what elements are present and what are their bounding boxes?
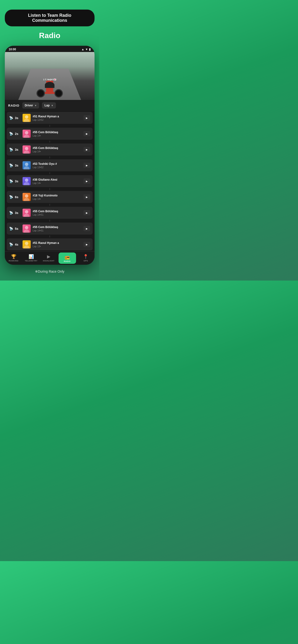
play-button[interactable]: ▶ bbox=[83, 115, 90, 120]
svg-point-16 bbox=[25, 242, 28, 245]
radio-item[interactable]: 📡 6s #18 Yuji Kunimoto Lap 14• ▶ bbox=[7, 191, 93, 203]
nav-item-ranking[interactable]: 🏆 RANKING bbox=[5, 252, 22, 265]
lap-info: Lap 14•51 bbox=[33, 229, 82, 232]
play-button[interactable]: ▶ bbox=[83, 163, 90, 168]
avatar bbox=[23, 130, 31, 138]
duration-label: 3s bbox=[15, 211, 21, 215]
car-wheel-left bbox=[37, 89, 45, 98]
svg-point-5 bbox=[24, 150, 30, 154]
car-cockpit bbox=[45, 82, 54, 88]
play-button[interactable]: ▶ bbox=[83, 226, 90, 231]
svg-point-9 bbox=[24, 182, 30, 185]
play-button[interactable]: ▶ bbox=[83, 178, 90, 184]
lap-filter-button[interactable]: Lap ▼ bbox=[42, 102, 56, 108]
radio-item[interactable]: 📡 3s #51 Raoul Hyman a Lap 12•52 ▶ bbox=[7, 112, 93, 124]
radio-item[interactable]: 📡 3s #36 Giuliano Alesi Lap 14• ▶ bbox=[7, 175, 93, 187]
gps-nav-label: GPS bbox=[83, 260, 88, 262]
radio-label: RADIO bbox=[8, 104, 20, 107]
connector-dot bbox=[50, 204, 50, 206]
radio-item[interactable]: 📡 3s #55 Cem Bölükbaş Lap 14• ▶ bbox=[7, 144, 93, 156]
driver-info: #55 Cem Bölükbaş Lap 14• bbox=[33, 130, 82, 137]
radio-transmission-icon: 📡 bbox=[9, 132, 13, 136]
duration-label: 2s bbox=[15, 132, 21, 136]
lap-info: Lap 14• bbox=[33, 134, 82, 137]
footer-note: ※During Race Only bbox=[35, 270, 65, 273]
driver-info: #55 Cem Bölükbaş Lap 14• bbox=[33, 146, 82, 153]
driver-number-name: #18 Yuji Kunimoto bbox=[33, 194, 82, 197]
avatar bbox=[23, 224, 31, 233]
lap-info: Lap 13•52 bbox=[33, 166, 82, 169]
svg-point-10 bbox=[25, 194, 28, 198]
driver-name-tag: 1 T. Nojiri 🇯🇵 bbox=[43, 78, 56, 81]
duration-label: 5s bbox=[15, 227, 21, 230]
svg-point-6 bbox=[25, 163, 28, 166]
radio-transmission-icon: 📡 bbox=[9, 164, 13, 167]
svg-point-3 bbox=[24, 135, 30, 138]
radio-transmission-icon: 📡 bbox=[9, 195, 13, 199]
svg-point-17 bbox=[24, 245, 30, 248]
connector-dot bbox=[50, 141, 50, 142]
video-area: 1 T. Nojiri 🇯🇵 bbox=[5, 52, 95, 100]
play-button[interactable]: ▶ bbox=[83, 210, 90, 216]
driver-number-name: #53 Toshiki Oyu # bbox=[33, 162, 82, 166]
radio-item[interactable]: 📡 4s #51 Raoul Hyman a Lap 13• ▶ bbox=[7, 238, 93, 250]
wifi-icon: ▼ bbox=[85, 48, 88, 51]
play-button[interactable]: ▶ bbox=[83, 194, 90, 200]
duration-label: 3s bbox=[15, 148, 21, 152]
connector-dot bbox=[50, 156, 50, 158]
signal-icon: ▲ bbox=[81, 48, 84, 51]
lap-info: Lap 14• bbox=[33, 150, 82, 153]
radio-item[interactable]: 📡 2s #55 Cem Bölükbaş Lap 14• ▶ bbox=[7, 128, 93, 140]
driver-info: #53 Toshiki Oyu # Lap 13•52 bbox=[33, 162, 82, 169]
lap-info: Lap 13• bbox=[33, 245, 82, 248]
radio-transmission-icon: 📡 bbox=[9, 148, 13, 152]
driver-number-name: #51 Raoul Hyman a bbox=[33, 241, 82, 244]
avatar bbox=[23, 240, 31, 248]
svg-point-12 bbox=[25, 210, 28, 214]
radio-item[interactable]: 📡 3s #55 Cem Bölükbaş Lap 14•51 ▶ bbox=[7, 207, 93, 219]
lap-info: Lap 14•51 bbox=[33, 214, 82, 216]
avatar bbox=[23, 209, 31, 217]
svg-point-15 bbox=[24, 230, 30, 233]
driver-number-name: #55 Cem Bölükbaş bbox=[33, 210, 82, 213]
driver-info: #51 Raoul Hyman a Lap 12•52 bbox=[33, 115, 82, 121]
phone-mockup: 10:00 ▲ ▼ ▮ 1 T. Nojiri 🇯🇵 RADIO Driver … bbox=[5, 46, 95, 265]
radio-item[interactable]: 📡 3s #53 Toshiki Oyu # Lap 13•52 ▶ bbox=[7, 159, 93, 171]
avatar bbox=[23, 146, 31, 154]
nav-item-telemetry[interactable]: 📊 TELEMETRY bbox=[22, 252, 40, 265]
svg-point-1 bbox=[24, 119, 30, 122]
play-button[interactable]: ▶ bbox=[83, 131, 90, 136]
svg-point-2 bbox=[25, 131, 28, 134]
driver-info: #18 Yuji Kunimoto Lap 14• bbox=[33, 194, 82, 200]
duration-label: 3s bbox=[15, 116, 21, 120]
highlight-icon: ▶ bbox=[47, 254, 50, 259]
radio-transmission-icon: 📡 bbox=[9, 242, 13, 246]
radio-item[interactable]: 📡 5s #55 Cem Bölükbaş Lap 14•51 ▶ bbox=[7, 222, 93, 234]
radio-transmission-icon: 📡 bbox=[9, 227, 13, 230]
duration-label: 3s bbox=[15, 164, 21, 167]
radio-transmission-icon: 📡 bbox=[9, 116, 13, 120]
gps-icon: 📍 bbox=[83, 254, 88, 259]
bottom-nav: 🏆 RANKING 📊 TELEMETRY ▶ HIGHLIGHT 📻 RADI… bbox=[5, 251, 95, 265]
play-button[interactable]: ▶ bbox=[83, 242, 90, 247]
driver-filter-button[interactable]: Driver ▼ bbox=[22, 102, 39, 108]
status-bar: 10:00 ▲ ▼ ▮ bbox=[5, 46, 95, 52]
car-wheel-right bbox=[54, 89, 63, 98]
banner: Listen to Team Radio Communications bbox=[5, 10, 95, 26]
driver-filter-label: Driver bbox=[25, 104, 33, 107]
time: 10:00 bbox=[9, 48, 16, 51]
telemetry-nav-label: TELEMETRY bbox=[25, 260, 37, 262]
duration-label: 3s bbox=[15, 180, 21, 183]
connector-dot bbox=[50, 236, 50, 238]
lap-info: Lap 12•52 bbox=[33, 118, 82, 121]
driver-number-name: #55 Cem Bölükbaş bbox=[33, 226, 82, 229]
duration-label: 4s bbox=[15, 243, 21, 246]
nav-item-highlight[interactable]: ▶ HIGHLIGHT bbox=[40, 252, 57, 265]
avatar bbox=[23, 114, 31, 122]
nav-item-gps[interactable]: 📍 GPS bbox=[77, 252, 95, 265]
chevron-down-icon: ▼ bbox=[35, 104, 37, 107]
radio-transmission-icon: 📡 bbox=[9, 179, 13, 183]
nav-item-radio[interactable]: 📻 RADIO bbox=[59, 252, 76, 264]
radio-controls: RADIO Driver ▼ Lap ▼ bbox=[5, 100, 95, 111]
play-button[interactable]: ▶ bbox=[83, 147, 90, 152]
